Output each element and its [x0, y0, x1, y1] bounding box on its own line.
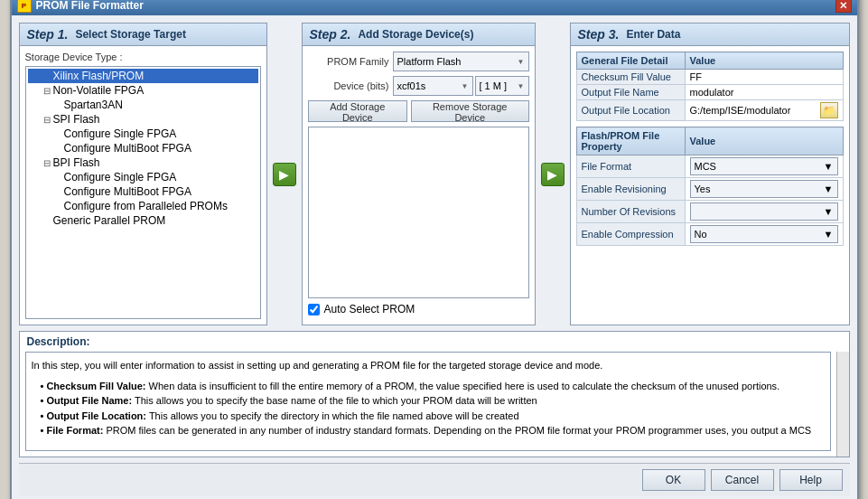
tree-item-spi-single[interactable]: Configure Single FPGA	[28, 127, 258, 141]
desc-output-loc-item: • Output File Location: This allows you …	[41, 409, 825, 424]
num-revisions-row: Number Of Revisions ▼	[576, 201, 843, 223]
device-bits-select[interactable]: xcf01s ▼	[393, 76, 473, 96]
tree-item-label: Configure MultiBoot FPGA	[64, 185, 191, 198]
num-revisions-label: Number Of Revisions	[576, 201, 685, 223]
prom-family-dropdown-icon: ▼	[518, 58, 525, 66]
flash-header: Flash/PROM File Property	[576, 127, 685, 155]
desc-output-loc-bold: • Output File Location:	[41, 410, 147, 421]
step3-body: General File Detail Value Checksum Fill …	[571, 46, 849, 251]
tree-item-generic[interactable]: Generic Parallel PROM	[28, 213, 258, 228]
tree-item-bpi-multiboot[interactable]: Configure MultiBoot FPGA	[28, 184, 258, 199]
tree-item-non-volatile[interactable]: ⊟ Non-Volatile FPGA	[28, 83, 258, 98]
device-size-dropdown-icon: ▼	[518, 82, 525, 90]
tree-item-xilinx[interactable]: Xilinx Flash/PROM	[28, 69, 258, 83]
tree-item-label: Configure Single FPGA	[64, 171, 177, 184]
tree-item-label: SPI Flash	[53, 113, 100, 126]
enable-revisioning-select[interactable]: Yes ▼	[690, 180, 838, 198]
arrow2-container: ▶	[539, 163, 566, 186]
output-name-label: Output File Name	[576, 85, 685, 100]
tree-item-spi[interactable]: ⊟ SPI Flash	[28, 112, 258, 127]
device-list	[308, 127, 529, 298]
bottom-bar: OK Cancel Help	[19, 463, 850, 496]
description-scrollbar[interactable]	[836, 352, 849, 457]
step1-number: Step 1.	[27, 27, 69, 42]
file-format-select[interactable]: MCS ▼	[690, 157, 838, 175]
desc-file-format-text: PROM files can be generated in any numbe…	[106, 425, 811, 436]
tree-item-spi-multiboot[interactable]: Configure MultiBoot FPGA	[28, 141, 258, 155]
file-format-row: File Format MCS ▼	[576, 155, 843, 178]
checksum-input[interactable]	[690, 71, 838, 82]
prom-family-label: PROM Family	[308, 56, 389, 67]
output-name-value	[685, 85, 843, 100]
description-body-wrapper: In this step, you will enter information…	[20, 352, 849, 457]
prom-family-select[interactable]: Platform Flash ▼	[393, 52, 529, 71]
enable-compression-select[interactable]: No ▼	[690, 225, 838, 243]
output-location-label: Output File Location	[576, 100, 685, 121]
prom-family-value: Platform Flash	[397, 56, 462, 67]
enable-revisioning-dropdown-icon: ▼	[824, 184, 834, 194]
enable-compression-value: No ▼	[685, 223, 843, 246]
tree-item-label: Configure MultiBoot FPGA	[64, 142, 191, 155]
output-location-row-inner: 📁	[690, 102, 838, 118]
step3-panel: Step 3. Enter Data General File Detail V…	[570, 23, 850, 325]
expand-icon: ⊟	[42, 86, 51, 96]
desc-file-format-bold: • File Format:	[41, 425, 104, 436]
folder-browse-button[interactable]: 📁	[820, 102, 838, 118]
tree-item-bpi-single[interactable]: Configure Single FPGA	[28, 170, 258, 184]
tree-item-label: BPI Flash	[53, 156, 100, 169]
enable-compression-label: Enable Compression	[576, 223, 685, 246]
step1-title: Select Storage Target	[75, 28, 185, 41]
step3-number: Step 3.	[578, 27, 620, 42]
step3-title: Enter Data	[626, 28, 680, 41]
tree-item-bpi-parallel[interactable]: Configure from Paralleled PROMs	[28, 199, 258, 213]
tree-item-spartan[interactable]: Spartan3AN	[28, 98, 258, 112]
description-body[interactable]: In this step, you will enter information…	[25, 352, 831, 451]
app-icon: P	[17, 0, 32, 13]
arrow1-button[interactable]: ▶	[273, 163, 296, 186]
enable-compression-selected: No	[695, 229, 707, 240]
desc-output-loc-text: This allows you to specify the directory…	[149, 410, 519, 421]
remove-storage-button[interactable]: Remove Storage Device	[411, 100, 529, 122]
device-bits-dropdown-icon: ▼	[462, 82, 469, 90]
add-storage-button[interactable]: Add Storage Device	[308, 100, 407, 122]
output-name-input[interactable]	[690, 87, 838, 98]
auto-select-row: Auto Select PROM	[308, 303, 529, 315]
num-revisions-select[interactable]: ▼	[690, 202, 838, 221]
step2-panel: Step 2. Add Storage Device(s) PROM Famil…	[302, 23, 536, 325]
checksum-value	[685, 70, 843, 85]
step1-panel: Step 1. Select Storage Target Storage De…	[19, 23, 267, 325]
desc-checksum-bold: • Checksum Fill Value:	[41, 381, 146, 391]
device-size-select[interactable]: [ 1 M ] ▼	[475, 76, 529, 96]
desc-output-name-bold: • Output File Name:	[41, 395, 133, 406]
value-header: Value	[685, 52, 843, 70]
num-revisions-dropdown-icon: ▼	[824, 206, 834, 217]
main-content: Step 1. Select Storage Target Storage De…	[12, 15, 857, 499]
tree-item-bpi[interactable]: ⊟ BPI Flash	[28, 155, 258, 170]
tree-item-label: Spartan3AN	[64, 99, 123, 111]
desc-file-format-item: • File Format: PROM files can be generat…	[41, 423, 825, 438]
auto-select-label: Auto Select PROM	[324, 303, 415, 315]
expand-icon: ⊟	[42, 158, 51, 168]
tree-item-label: Generic Parallel PROM	[53, 214, 166, 227]
close-button[interactable]: ✕	[835, 0, 852, 13]
help-button[interactable]: Help	[779, 469, 843, 491]
step2-header: Step 2. Add Storage Device(s)	[303, 24, 535, 46]
arrow2-button[interactable]: ▶	[541, 163, 565, 186]
device-bits-value: xcf01s	[397, 80, 426, 91]
description-header: Description:	[20, 332, 849, 352]
auto-select-checkbox[interactable]	[308, 304, 320, 315]
output-location-input[interactable]	[690, 105, 820, 116]
enable-revisioning-value: Yes ▼	[685, 178, 843, 201]
general-property-table: General File Detail Value Checksum Fill …	[576, 52, 844, 121]
enable-revisioning-label: Enable Revisioning	[576, 178, 685, 201]
tree-item-label: Configure from Paralleled PROMs	[64, 200, 228, 212]
file-format-dropdown-icon: ▼	[824, 161, 834, 172]
device-size-value: [ 1 M ]	[480, 80, 508, 91]
cancel-button[interactable]: Cancel	[711, 469, 774, 491]
desc-checksum-text: When data is insufficient to fill the en…	[149, 381, 780, 391]
ok-button[interactable]: OK	[642, 469, 705, 491]
step1-header: Step 1. Select Storage Target	[20, 24, 266, 46]
tree-item-label: Xilinx Flash/PROM	[53, 70, 145, 82]
window-title: PROM File Formatter	[36, 0, 144, 12]
step2-number: Step 2.	[310, 27, 351, 42]
